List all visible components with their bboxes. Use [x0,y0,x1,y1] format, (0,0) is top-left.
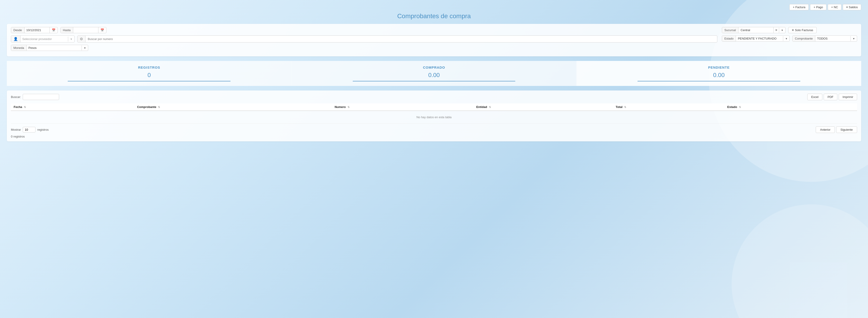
export-pdf-button[interactable]: PDF [824,94,837,100]
content-top-row: Buscar: Excel PDF Imprimir [11,94,857,100]
provider-arrow-icon: ▼ [68,37,74,41]
col-estado-sort-icon: ⇅ [739,106,741,108]
mostrar-label: Mostrar [11,128,21,131]
top-actions-bar: + Factura + Pago + NC ≡ Saldos [7,4,861,10]
comprado-underline [353,81,515,82]
sucursal-value: Central [739,27,774,33]
moneda-group: Moneda Pesos Dólares Euros ▼ [11,45,88,51]
mostrar-suffix: registros [37,128,49,131]
mostrar-select[interactable]: 10 25 50 100 [23,127,35,132]
sucursal-dropdown-icon[interactable]: ▼ [779,28,785,33]
sucursal-group: Sucursal Central ✕ ▼ [722,27,785,33]
stats-section: REGISTROS 0 COMPRADO 0.00 PENDIENTE 0.00 [7,61,861,86]
col-total[interactable]: Total ⇅ [613,103,724,111]
sucursal-clear-button[interactable]: ✕ [773,27,779,33]
estado-select[interactable]: PENDIENTE Y FACTURADO PENDIENTE FACTURAD… [736,36,783,41]
search-number-input[interactable] [86,36,717,42]
search-number-icon: ⚙ [78,36,86,42]
comprado-title: COMPRADO [299,65,569,69]
desde-calendar-icon[interactable]: 📅 [50,27,58,33]
mostrar-group: Mostrar 10 25 50 100 registros [11,127,49,132]
registros-card: REGISTROS 0 [7,61,291,86]
no-data-row: No hay datos en esta tabla [11,111,857,124]
search-number-group: ⚙ [77,35,717,42]
col-numero-label: Numero [335,105,346,109]
col-total-label: Total [616,105,623,109]
hasta-input[interactable] [73,27,98,33]
col-numero[interactable]: Numero ⇅ [332,103,473,111]
saldos-button[interactable]: ≡ Saldos [843,4,861,10]
moneda-arrow-icon: ▼ [82,45,88,51]
desde-input[interactable] [25,27,50,33]
data-table: Fecha ⇅ Comprobante ⇅ Numero ⇅ Entidad ⇅ [11,103,857,124]
col-entidad-sort-icon: ⇅ [489,106,491,108]
pagination-row: Mostrar 10 25 50 100 registros Anterior … [11,126,857,133]
registros-value: 0 [13,72,285,78]
pendiente-card: PENDIENTE 0.00 [577,61,861,86]
comprobante-filter-select[interactable]: TODOS FACTURA NOTA DE CREDITO RECIBO [815,36,850,41]
comprobante-filter-arrow-icon: ▼ [850,36,857,41]
col-fecha[interactable]: Fecha ⇅ [11,103,134,111]
col-entidad[interactable]: Entidad ⇅ [473,103,613,111]
comprado-card: COMPRADO 0.00 [291,61,577,86]
siguiente-button[interactable]: Siguiente [836,126,857,133]
no-data-message: No hay datos en esta tabla [11,111,857,124]
comprobante-filter-label: Comprobante [793,36,815,41]
col-comprobante-label: Comprobante [137,105,156,109]
pendiente-title: PENDIENTE [583,65,855,69]
pagination-buttons: Anterior Siguiente [816,126,857,133]
col-comprobante[interactable]: Comprobante ⇅ [134,103,332,111]
col-estado[interactable]: Estado ⇅ [724,103,857,111]
hasta-group: Hasta 📅 [60,27,106,33]
comprado-value: 0.00 [299,72,569,78]
desde-group: Desde 📅 [11,27,58,33]
filter-section: Desde 📅 Hasta 📅 👤 [7,24,861,56]
provider-icon: 👤 [11,36,21,42]
table-header-row: Fecha ⇅ Comprobante ⇅ Numero ⇅ Entidad ⇅ [11,103,857,111]
page-title: Comprobantes de compra [7,12,861,20]
solo-facturas-button[interactable]: ✕ Solo Facturas [788,27,817,33]
export-excel-button[interactable]: Excel [807,94,822,100]
table-search-label: Buscar: [11,95,21,99]
estado-group: Estado PENDIENTE Y FACTURADO PENDIENTE F… [722,35,789,41]
col-entidad-label: Entidad [476,105,487,109]
sucursal-label: Sucursal [722,27,739,33]
pendiente-value: 0.00 [583,72,855,78]
col-numero-sort-icon: ⇅ [347,106,349,108]
comprobante-filter-group: Comprobante TODOS FACTURA NOTA DE CREDIT… [792,35,857,41]
export-imprimir-button[interactable]: Imprimir [839,94,857,100]
moneda-select[interactable]: Pesos Dólares Euros [27,45,82,51]
table-search-group: Buscar: [11,94,59,100]
estado-label: Estado [722,36,736,41]
pendiente-underline [638,81,800,82]
provider-group: 👤 Seleccionar proveedor ▼ [11,35,74,42]
anterior-button[interactable]: Anterior [816,126,835,133]
col-estado-label: Estado [727,105,737,109]
table-search-input[interactable] [23,94,59,100]
nc-button[interactable]: + NC [828,4,841,10]
col-fecha-sort-icon: ⇅ [24,106,26,108]
registros-title: REGISTROS [13,65,285,69]
hasta-calendar-icon[interactable]: 📅 [98,27,106,33]
desde-label: Desde [11,27,25,33]
moneda-label: Moneda [11,45,27,51]
export-buttons: Excel PDF Imprimir [807,94,857,100]
provider-select[interactable]: Seleccionar proveedor [21,36,68,42]
registros-count: 0 registros [11,135,857,138]
hasta-label: Hasta [61,27,73,33]
content-section: Buscar: Excel PDF Imprimir Fecha ⇅ Compr… [7,91,861,141]
factura-button[interactable]: + Factura [789,4,809,10]
col-fecha-label: Fecha [13,105,22,109]
col-comprobante-sort-icon: ⇅ [158,106,160,108]
pago-button[interactable]: + Pago [810,4,827,10]
registros-underline [68,81,230,82]
col-total-sort-icon: ⇅ [624,106,626,108]
estado-arrow-icon: ▼ [783,36,789,41]
